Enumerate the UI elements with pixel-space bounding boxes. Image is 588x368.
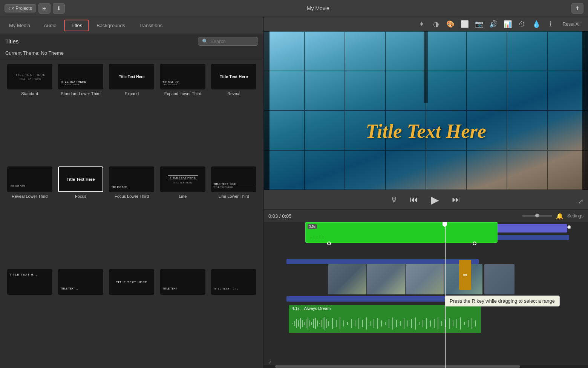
thumb-row3-2: TITLE TEXT ... bbox=[58, 269, 103, 295]
green-video-clip[interactable]: 3.5s bbox=[305, 222, 498, 243]
svg-rect-2 bbox=[317, 236, 317, 239]
droplet-icon[interactable]: 💧 bbox=[531, 19, 542, 29]
palette-icon[interactable]: 🎨 bbox=[445, 19, 456, 29]
svg-rect-3 bbox=[320, 235, 320, 239]
reset-all-button[interactable]: Reset All bbox=[560, 21, 583, 28]
circle-half-icon[interactable]: ◑ bbox=[431, 19, 441, 29]
svg-rect-4 bbox=[323, 236, 323, 239]
svg-rect-18 bbox=[317, 320, 318, 326]
search-input[interactable] bbox=[210, 38, 254, 44]
svg-rect-0 bbox=[311, 237, 311, 239]
grid-view-button[interactable]: ⊞ bbox=[38, 3, 51, 14]
search-box[interactable]: 🔍 bbox=[198, 37, 258, 46]
download-button[interactable]: ⬇ bbox=[53, 3, 65, 14]
svg-rect-34 bbox=[366, 317, 367, 330]
speaker-icon[interactable]: 🔊 bbox=[488, 19, 499, 29]
movie-title: My Movie bbox=[65, 5, 571, 11]
svg-rect-20 bbox=[321, 320, 322, 327]
title-card-row3-3[interactable]: TITLE TEXT HERE bbox=[107, 269, 156, 365]
title-card-row3-5[interactable]: TITLE TEXT HERE bbox=[210, 269, 258, 365]
svg-rect-15 bbox=[311, 322, 312, 325]
playhead[interactable] bbox=[445, 222, 446, 368]
thumb-focus: Title Text Here bbox=[58, 166, 103, 192]
svg-rect-19 bbox=[319, 323, 320, 324]
timeline-settings: 🔔 Settings bbox=[522, 212, 583, 220]
svg-rect-43 bbox=[400, 321, 401, 326]
transition-marker[interactable]: ⇔ bbox=[459, 260, 471, 290]
skip-forward-button[interactable]: ⏭ bbox=[449, 193, 463, 206]
svg-rect-52 bbox=[434, 319, 435, 328]
svg-rect-49 bbox=[423, 320, 423, 327]
tab-audio[interactable]: Audio bbox=[38, 20, 62, 31]
audio-clip[interactable]: 4.1s – Always Dream bbox=[289, 305, 481, 333]
tab-my-media[interactable]: My Media bbox=[3, 20, 36, 31]
tab-bar: My Media Audio Titles Backgrounds Transi… bbox=[0, 17, 263, 34]
thumb-focus-lower-third: Title text here bbox=[109, 166, 154, 192]
search-icon: 🔍 bbox=[202, 38, 208, 44]
tab-transitions[interactable]: Transitions bbox=[133, 20, 168, 31]
svg-rect-35 bbox=[370, 321, 371, 326]
svg-rect-23 bbox=[326, 319, 327, 328]
play-button[interactable]: ▶ bbox=[428, 193, 442, 206]
title-card-reveal-lower-third[interactable]: Title text here Reveal Lower Third bbox=[5, 166, 54, 267]
tab-backgrounds[interactable]: Backgrounds bbox=[90, 20, 131, 31]
title-name-expand: Expand bbox=[125, 91, 139, 96]
thumb-row3-5: TITLE TEXT HERE bbox=[211, 269, 256, 295]
crop-icon[interactable]: ⬜ bbox=[459, 19, 470, 29]
volume-slider[interactable] bbox=[522, 215, 552, 217]
right-panel: ✦ ◑ 🎨 ⬜ 📷 🔊 📊 ⏱ 💧 ℹ Reset All bbox=[264, 17, 588, 368]
microphone-icon[interactable]: 🎙 bbox=[389, 194, 400, 205]
photo-clip-2[interactable] bbox=[484, 264, 514, 294]
chart-icon[interactable]: 📊 bbox=[502, 19, 513, 29]
title-card-row3-4[interactable]: TITLE TEXT bbox=[158, 269, 207, 365]
clock-icon[interactable]: ⏱ bbox=[517, 19, 527, 29]
svg-rect-9 bbox=[300, 318, 301, 329]
title-name-standard-lower-third: Standard Lower Third bbox=[61, 91, 101, 96]
svg-rect-42 bbox=[396, 320, 397, 327]
skip-back-button[interactable]: ⏮ bbox=[407, 193, 421, 206]
title-card-standard[interactable]: TITLE TEXT HERE TITLE TEXT HERE Standard bbox=[5, 64, 54, 164]
camera-icon[interactable]: 📷 bbox=[474, 19, 484, 29]
green-clip-left-handle[interactable] bbox=[327, 242, 331, 245]
timeline-toolbar: 0:03 / 0:05 🔔 Settings bbox=[264, 210, 588, 222]
info-icon[interactable]: ℹ bbox=[545, 19, 556, 29]
title-card-expand-lower-third[interactable]: Title Text Here Title Text Here Expand L… bbox=[158, 64, 207, 164]
thumb-row3-1: TITLE TEXT H... bbox=[7, 269, 52, 295]
titles-header: Titles 🔍 bbox=[0, 34, 263, 49]
title-card-row3-2[interactable]: TITLE TEXT ... bbox=[56, 269, 105, 365]
svg-rect-38 bbox=[381, 320, 382, 326]
horizontal-scrollbar[interactable] bbox=[264, 365, 588, 368]
settings-button[interactable]: Settings bbox=[567, 213, 583, 219]
export-button[interactable]: ⬆ bbox=[571, 3, 583, 14]
green-clip-right-handle[interactable] bbox=[473, 242, 476, 245]
thumb-row3-4: TITLE TEXT bbox=[160, 269, 205, 295]
clip-handle-right[interactable] bbox=[567, 225, 571, 229]
title-card-focus-lower-third[interactable]: Title text here Focus Lower Third bbox=[107, 166, 156, 267]
wand-icon[interactable]: ✦ bbox=[416, 19, 427, 29]
title-card-line-lower-third[interactable]: TITLE TEXT HERE TITLE TEXT HERE Line Low… bbox=[210, 166, 258, 267]
title-card-reveal[interactable]: Title Text Here Reveal bbox=[210, 64, 258, 164]
svg-rect-24 bbox=[328, 321, 329, 326]
blue-track-mid bbox=[286, 259, 479, 264]
expand-icon[interactable]: ⤢ bbox=[578, 197, 583, 206]
title-card-expand[interactable]: Title Text Here Expand bbox=[107, 64, 156, 164]
svg-rect-40 bbox=[389, 319, 389, 328]
projects-button[interactable]: ‹ < Projects bbox=[5, 4, 36, 12]
title-card-line[interactable]: TITLE TEXT HERE TITLE TEXT HERE Line bbox=[158, 166, 207, 267]
titles-panel: Titles 🔍 Current Theme: No Theme TITLE T… bbox=[0, 34, 263, 368]
svg-rect-7 bbox=[296, 319, 297, 328]
svg-rect-48 bbox=[419, 322, 420, 325]
timeline-area: 0:03 / 0:05 🔔 Settings 4.0s – Title Text… bbox=[264, 209, 588, 368]
svg-rect-62 bbox=[472, 318, 472, 329]
title-card-row3-1[interactable]: TITLE TEXT H... bbox=[5, 269, 54, 365]
title-card-focus[interactable]: Title Text Here Focus bbox=[56, 166, 105, 267]
volume-handle[interactable] bbox=[535, 214, 539, 217]
transition-icon: ⇔ bbox=[463, 272, 467, 278]
scrollbar-thumb[interactable] bbox=[275, 365, 520, 368]
svg-rect-5 bbox=[292, 323, 293, 324]
tab-titles[interactable]: Titles bbox=[64, 20, 89, 31]
title-card-standard-lower-third[interactable]: TITLE TEXT HERE TITLE TEXT HERE Standard… bbox=[56, 64, 105, 164]
main-layout: My Media Audio Titles Backgrounds Transi… bbox=[0, 17, 588, 368]
svg-rect-63 bbox=[475, 320, 476, 326]
title-name-reveal-lower-third: Reveal Lower Third bbox=[12, 194, 47, 199]
